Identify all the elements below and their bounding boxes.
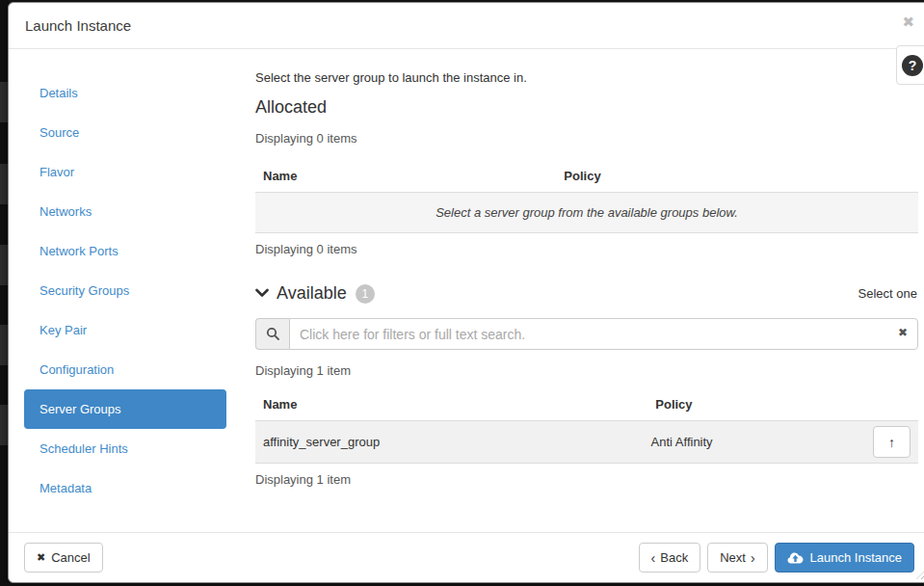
chevron-left-icon: ‹ [651, 551, 656, 565]
available-section-header: Available 1 Select one [255, 282, 918, 304]
wizard-step-nav: Details Source Flavor Networks Network P… [24, 73, 226, 508]
sidebar-item-details[interactable]: Details [24, 73, 226, 113]
close-icon[interactable]: ✖ [902, 14, 914, 29]
available-count-bottom: Displaying 1 item [255, 472, 918, 487]
modal-footer: ✖ Cancel ‹ Back Next › Launch Instance [9, 532, 924, 582]
launch-instance-label: Launch Instance [810, 550, 902, 565]
launch-instance-modal: Launch Instance ✖ ? Details Source Flavo… [8, 2, 924, 583]
modal-title: Launch Instance [25, 17, 131, 34]
cancel-button[interactable]: ✖ Cancel [24, 543, 103, 573]
sidebar-item-server-groups[interactable]: Server Groups [24, 389, 226, 429]
back-label: Back [660, 550, 688, 565]
allocated-empty-message: Select a server group from the available… [255, 193, 918, 233]
sidebar-item-key-pair[interactable]: Key Pair [24, 310, 226, 350]
step-description: Select the server group to launch the in… [255, 70, 918, 85]
server-group-name: affinity_server_group [255, 435, 644, 449]
available-table: Name Policy affinity_server_group Anti A… [255, 389, 918, 464]
available-heading: Available [277, 283, 347, 304]
cloud-upload-icon [787, 551, 804, 564]
allocated-count-top: Displaying 0 items [255, 131, 918, 146]
search-icon [266, 327, 280, 341]
sidebar-item-scheduler-hints[interactable]: Scheduler Hints [24, 429, 226, 468]
chevron-right-icon: › [751, 551, 755, 565]
chevron-down-icon[interactable] [255, 286, 269, 300]
cancel-label: Cancel [51, 550, 90, 565]
question-icon: ? [902, 55, 923, 76]
available-table-header: Name Policy [255, 389, 918, 421]
server-group-policy: Anti Affinity [644, 435, 713, 449]
search-input[interactable] [289, 318, 918, 350]
column-header-policy: Policy [647, 397, 918, 412]
allocated-table: Name Policy Select a server group from t… [255, 161, 918, 233]
next-label: Next [720, 550, 746, 565]
column-header-policy: Policy [556, 169, 918, 183]
sidebar-item-flavor[interactable]: Flavor [24, 152, 226, 192]
back-button[interactable]: ‹ Back [639, 543, 701, 573]
help-button[interactable]: ? [896, 45, 924, 85]
launch-instance-button[interactable]: Launch Instance [775, 543, 914, 573]
sidebar-item-source[interactable]: Source [24, 113, 226, 152]
server-group-row: affinity_server_group Anti Affinity ↑ [255, 421, 918, 464]
allocated-heading: Allocated [255, 97, 918, 118]
select-one-hint: Select one [858, 286, 918, 301]
modal-header: Launch Instance ✖ [9, 3, 924, 49]
available-count-top: Displaying 1 item [255, 363, 918, 378]
clear-search-icon[interactable]: ✖ [898, 327, 908, 338]
sidebar-item-networks[interactable]: Networks [24, 192, 226, 231]
footer-nav-buttons: ‹ Back Next › Launch Instance [639, 543, 914, 573]
sidebar-item-metadata[interactable]: Metadata [24, 468, 226, 508]
step-content: Select the server group to launch the in… [255, 70, 918, 496]
arrow-up-icon: ↑ [888, 436, 895, 449]
search-button[interactable] [255, 318, 289, 350]
sidebar-item-security-groups[interactable]: Security Groups [24, 271, 226, 310]
sidebar-item-configuration[interactable]: Configuration [24, 350, 226, 389]
allocated-table-header: Name Policy [255, 161, 918, 193]
available-count-badge: 1 [356, 284, 375, 304]
column-header-name: Name [255, 169, 556, 183]
allocate-button[interactable]: ↑ [873, 426, 911, 458]
cancel-x-icon: ✖ [37, 552, 45, 563]
next-button[interactable]: Next › [707, 543, 767, 573]
allocated-count-bottom: Displaying 0 items [255, 242, 918, 256]
column-header-name: Name [255, 397, 647, 412]
filter-search-bar: ✖ [255, 318, 918, 350]
sidebar-item-network-ports[interactable]: Network Ports [24, 231, 226, 271]
